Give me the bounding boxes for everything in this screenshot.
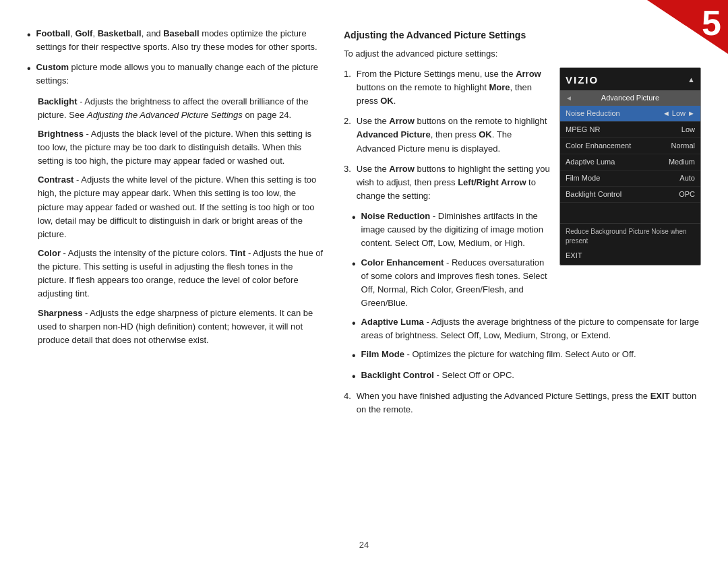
color-label: Color (38, 248, 61, 258)
exit-bold: EXIT (650, 391, 670, 401)
tv-menu-exit: EXIT (560, 248, 700, 265)
sub-backlight: Backlight - Adjusts the brightness to af… (38, 95, 324, 122)
numbered-item-2: 2. Use the Arrow buttons on the remote t… (344, 115, 550, 155)
arrow-bold-2: Arrow (389, 116, 415, 126)
nested-bullet-backlight: • Backlight Control - Select Off or OPC. (352, 369, 701, 384)
tv-left-arrow-icon: ◄ (566, 93, 572, 104)
tv-row-adaptiveluma-value: Medium (669, 156, 695, 168)
nested-bullet-luma: • Adaptive Luma - Adjusts the average br… (352, 315, 701, 342)
adjusting-link: Adjusting the Advanced Picture Settings (87, 110, 243, 120)
tint-label: Tint (230, 248, 246, 258)
numbered-item-4: 4. When you have finished adjusting the … (344, 389, 701, 416)
nested-bullet-film: • Film Mode - Optimizes the picture for … (352, 348, 701, 363)
nested-dot-5: • (352, 370, 356, 384)
nested-dot-4: • (352, 349, 356, 363)
tv-arrow-up-icon: ▲ (688, 74, 695, 86)
numbered-item-1: 1. From the Picture Settings menu, use t… (344, 67, 550, 108)
tv-row-noise-value: ◄ Low ► (663, 108, 695, 119)
tv-row-mpegnr-label: MPEG NR (566, 124, 600, 135)
more-bold: More (489, 82, 510, 92)
tv-row-backlight-value: OPC (679, 189, 695, 200)
brightness-label: Brightness (38, 129, 84, 139)
nested-backlight-text: Backlight Control - Select Off or OPC. (361, 369, 514, 384)
nested-noise-text: Noise Reduction - Diminishes artifacts i… (361, 210, 550, 250)
bullet-sports-text: Football, Golf, Basketball, and Baseball… (36, 27, 324, 54)
film-mode-bold: Film Mode (361, 349, 404, 359)
tv-menu-bar-label: Advanced Picture (601, 92, 659, 104)
sub-brightness: Brightness - Adjusts the black level of … (38, 127, 324, 168)
right-column: Adjusting the Advanced Picture Settings … (344, 27, 701, 535)
backlight-label: Backlight (38, 96, 78, 106)
noise-reduction-bold: Noise Reduction (361, 211, 431, 221)
contrast-label: Contrast (38, 175, 73, 185)
custom-label: Custom (36, 62, 69, 72)
nested-bullet-color: • Color Enhancement - Reduces oversatura… (352, 256, 550, 311)
bullet-item-custom: • Custom picture mode allows you to manu… (27, 61, 324, 88)
step3-num: 3. (344, 162, 351, 203)
nested-dot-3: • (352, 317, 356, 342)
sub-color: Color - Adjusts the intensity of the pic… (38, 247, 324, 301)
sharpness-label: Sharpness (38, 308, 82, 318)
tv-row-colorenhance-value: Normal (671, 140, 695, 152)
nested-dot-1: • (352, 211, 356, 250)
sub-items-container: Backlight - Adjusts the brightness to af… (38, 95, 324, 347)
tv-row-filmmode-value: Auto (679, 173, 695, 184)
content-area: • Football, Golf, Basketball, and Baseba… (27, 27, 701, 535)
bullet-custom-text: Custom picture mode allows you to manual… (36, 61, 324, 88)
tv-row-backlight-label: Backlight Control (566, 189, 621, 200)
section-heading: Adjusting the Advanced Picture Settings (344, 28, 701, 43)
basketball-label: Basketball (98, 28, 142, 38)
tv-menu-footer: Reduce Background Picture Noise when pre… (560, 223, 700, 248)
step2-text: Use the Arrow buttons on the remote to h… (357, 115, 550, 155)
step4-text: When you have finished adjusting the Adv… (357, 389, 701, 416)
nested-color-text: Color Enhancement - Reduces oversaturati… (361, 256, 550, 311)
tv-row-filmmode-label: Film Mode (566, 173, 600, 184)
tv-row-backlight: Backlight Control OPC (560, 187, 700, 203)
intro-text: To adjust the advanced picture settings: (344, 47, 701, 61)
nested-film-text: Film Mode - Optimizes the picture for wa… (361, 348, 636, 363)
vizio-logo: VIZIO (566, 72, 599, 88)
step1-text: From the Picture Settings menu, use the … (357, 67, 550, 108)
tv-menu-bar: ◄ Advanced Picture (560, 90, 700, 106)
adaptive-luma-bold: Adaptive Luma (361, 317, 424, 327)
ok-bold-1: OK (380, 96, 394, 106)
tv-row-filmmode: Film Mode Auto (560, 170, 700, 187)
nested-dot-2: • (352, 257, 356, 311)
tv-row-mpegnr-value: Low (681, 124, 695, 135)
bullet-item-sports: • Football, Golf, Basketball, and Baseba… (27, 27, 324, 54)
tv-row-noise-label: Noise Reduction (566, 108, 620, 119)
nested-bullet-noise: • Noise Reduction - Diminishes artifacts… (352, 210, 550, 250)
arrow-bold-1: Arrow (516, 69, 541, 79)
tv-row-colorenhance: Color Enhancement Normal (560, 138, 700, 154)
step1-num: 1. (344, 67, 351, 108)
tv-menu-screenshot: VIZIO ▲ ◄ Advanced Picture Noise Reducti… (559, 67, 701, 266)
football-label: Football (36, 28, 71, 38)
ok-bold-2: OK (479, 129, 492, 139)
advanced-picture-bold: Advanced Picture (357, 129, 431, 139)
tv-row-colorenhance-label: Color Enhancement (566, 140, 631, 152)
golf-label: Golf (75, 28, 92, 38)
color-enhancement-bold: Color Enhancement (361, 257, 444, 268)
page-number: 24 (359, 540, 369, 550)
step3-text: Use the Arrow buttons to highlight the s… (357, 162, 550, 203)
bullet-dot-2: • (27, 62, 31, 88)
arrow-bold-3: Arrow (389, 164, 415, 174)
tv-row-adaptiveluma: Adaptive Luma Medium (560, 154, 700, 170)
numbered-item-3: 3. Use the Arrow buttons to highlight th… (344, 162, 550, 203)
tv-row-adaptiveluma-label: Adaptive Luma (566, 156, 615, 168)
tv-row-mpegnr: MPEG NR Low (560, 122, 700, 138)
sub-contrast: Contrast - Adjusts the white level of th… (38, 173, 324, 241)
bullet-dot: • (27, 28, 31, 54)
tv-menu-header: VIZIO ▲ (560, 68, 700, 90)
sub-sharpness: Sharpness - Adjusts the edge sharpness o… (38, 307, 324, 347)
page-chapter-number: 5 (702, 5, 721, 40)
step2-num: 2. (344, 115, 351, 155)
baseball-label: Baseball (163, 28, 199, 38)
backlight-control-bold: Backlight Control (361, 370, 434, 380)
left-column: • Football, Golf, Basketball, and Baseba… (27, 27, 324, 535)
tv-row-noise: Noise Reduction ◄ Low ► (560, 106, 700, 122)
step4-num: 4. (344, 389, 351, 416)
leftright-bold: Left/Right Arrow (458, 177, 526, 187)
nested-luma-text: Adaptive Luma - Adjusts the average brig… (361, 315, 701, 342)
